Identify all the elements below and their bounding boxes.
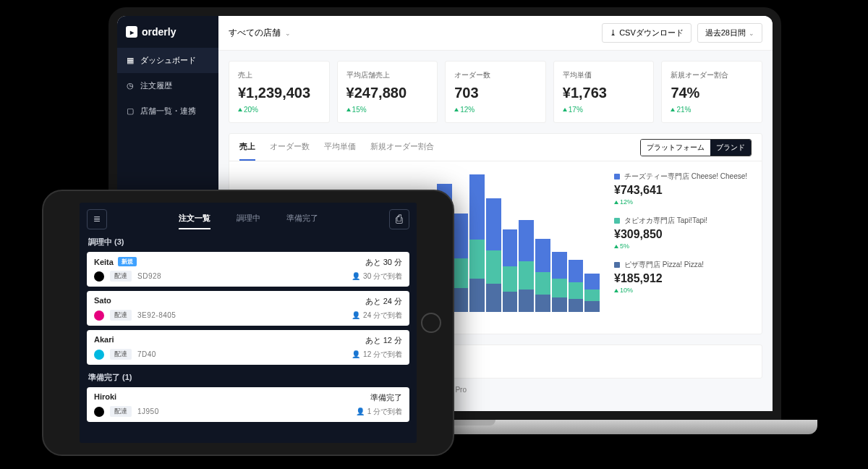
- chart-tab[interactable]: 新規オーダー割合: [370, 134, 434, 161]
- order-card[interactable]: Akariあと 12 分配達7D40👤12 分で到着: [87, 330, 409, 365]
- legend-name: ピザ専門店 Pizza! Pizza!: [624, 260, 704, 270]
- bar-segment: [519, 261, 534, 290]
- arrow-up-icon: [346, 108, 351, 111]
- bar-group: [535, 239, 550, 312]
- period-selector[interactable]: 過去28日間 ⌄: [697, 23, 762, 43]
- bar-segment: [552, 297, 567, 312]
- sidebar-item-0[interactable]: ▦ダッシュボード: [117, 48, 218, 73]
- chart-tabs-row: 売上オーダー数平均単価新規オーダー割合 プラットフォームブランド: [229, 134, 762, 161]
- chart-tab[interactable]: オーダー数: [270, 134, 310, 161]
- nav-label: ダッシュボード: [140, 55, 196, 66]
- bar-segment: [584, 290, 600, 302]
- nav-label: 注文履歴: [140, 80, 172, 91]
- tablet-frame: ≡ 注文一覧調理中準備完了 ⎙ 調理中 (3) Keita新規あと 30 分配達…: [42, 190, 454, 456]
- bar-segment: [535, 272, 550, 295]
- bar-segment: [486, 198, 501, 250]
- toggle-option[interactable]: ブランド: [710, 140, 751, 156]
- legend-value: ¥185,912: [614, 272, 752, 285]
- order-time: 準備完了: [370, 392, 402, 403]
- tablet-tab[interactable]: 注文一覧: [179, 208, 210, 229]
- kpi-card: 新規オーダー割合74%21%: [661, 61, 762, 123]
- tablet-home-button[interactable]: [421, 313, 441, 333]
- order-left: 配達1J950: [94, 406, 159, 417]
- legend-swatch: [614, 174, 620, 179]
- order-row-top: Satoあと 24 分: [94, 296, 402, 307]
- order-row-top: Keita新規あと 30 分: [94, 257, 402, 268]
- topbar: すべての店舗 ⌄ ⤓ CSVダウンロード 過去28日間 ⌄: [218, 16, 773, 51]
- order-card[interactable]: Hiroki準備完了配達1J950👤1 分で到着: [87, 387, 409, 422]
- arrow-up-icon: [614, 245, 618, 248]
- kpi-delta: 15%: [346, 106, 429, 114]
- store-selector-label: すべての店舗: [229, 27, 281, 39]
- kpi-label: 平均単価: [563, 70, 645, 80]
- person-icon: 👤: [352, 311, 360, 319]
- arrow-up-icon: [671, 108, 675, 111]
- order-eta: 👤30 分で到着: [352, 271, 402, 282]
- order-left: 配達SD928: [94, 271, 161, 282]
- delivery-tag: 配達: [110, 271, 132, 282]
- legend-item: ピザ専門店 Pizza! Pizza!¥185,91210%: [614, 260, 752, 294]
- top-actions: ⤓ CSVダウンロード 過去28日間 ⌄: [602, 23, 762, 43]
- order-row-bottom: 配達SD928👤30 分で到着: [94, 271, 402, 282]
- bar-segment: [503, 229, 518, 267]
- order-code: SD928: [137, 272, 161, 280]
- chart-tab[interactable]: 売上: [239, 134, 255, 161]
- order-code: 7D40: [137, 350, 156, 358]
- kpi-value: 703: [454, 85, 537, 101]
- kpi-delta: 17%: [563, 106, 645, 114]
- legend-item: チーズティー専門店 Cheese! Cheese!¥743,64112%: [614, 172, 752, 206]
- bar-segment: [469, 174, 485, 240]
- kpi-delta: 20%: [238, 106, 320, 114]
- order-row-bottom: 配達7D40👤12 分で到着: [94, 349, 402, 360]
- sidebar-item-1[interactable]: ◷注文履歴: [117, 73, 218, 98]
- bar-segment: [584, 301, 600, 312]
- kpi-label: オーダー数: [454, 70, 537, 80]
- print-button[interactable]: ⎙: [389, 209, 409, 229]
- kpi-delta: 12%: [454, 106, 537, 114]
- kpi-value: ¥1,239,403: [238, 85, 320, 101]
- tablet-tabs: 注文一覧調理中準備完了: [179, 208, 318, 229]
- order-row-top: Akariあと 12 分: [94, 335, 402, 346]
- order-customer-name: Sato: [94, 296, 111, 305]
- menu-icon: ≡: [93, 213, 100, 226]
- bar-segment: [469, 240, 485, 278]
- legend-head: タピオカ専門店 Tapi!Tapi!: [614, 216, 752, 226]
- legend-delta: 10%: [614, 287, 752, 294]
- bar-segment: [454, 214, 469, 259]
- kpi-row: 売上¥1,239,40320%平均店舗売上¥247,88015%オーダー数703…: [229, 61, 762, 123]
- order-card[interactable]: Keita新規あと 30 分配達SD928👤30 分で到着: [87, 252, 409, 287]
- csv-download-button[interactable]: ⤓ CSVダウンロード: [602, 23, 692, 43]
- bar-segment: [486, 250, 501, 284]
- chart-tabs: 売上オーダー数平均単価新規オーダー割合: [239, 134, 434, 161]
- brand-name: orderly: [142, 26, 176, 38]
- bar-group: [469, 174, 485, 312]
- sidebar-item-2[interactable]: ▢店舗一覧・連携: [117, 98, 218, 124]
- order-card[interactable]: Satoあと 24 分配達3E92-8405👤24 分で到着: [87, 291, 409, 326]
- clock-icon: ◷: [126, 82, 135, 90]
- tablet-tab[interactable]: 調理中: [237, 208, 260, 229]
- toggle-option[interactable]: プラットフォーム: [641, 140, 710, 156]
- order-row-top: Hiroki準備完了: [94, 392, 402, 403]
- tablet-tab[interactable]: 準備完了: [286, 208, 318, 229]
- person-icon: 👤: [352, 272, 360, 280]
- store-selector[interactable]: すべての店舗 ⌄: [229, 27, 291, 39]
- download-icon: ⤓: [610, 28, 616, 38]
- logo-icon: ▸: [126, 26, 137, 38]
- chevron-down-icon: ⌄: [749, 30, 754, 37]
- chart-tab[interactable]: 平均単価: [324, 134, 356, 161]
- chart-toggle[interactable]: プラットフォームブランド: [640, 139, 752, 156]
- kpi-delta: 21%: [671, 106, 753, 114]
- bar-segment: [486, 284, 501, 312]
- service-icon: [94, 350, 104, 360]
- chart-legend: チーズティー専門店 Cheese! Cheese!¥743,64112%タピオカ…: [614, 172, 752, 324]
- bar-segment: [552, 279, 567, 297]
- service-icon: [94, 407, 104, 417]
- legend-swatch: [614, 262, 620, 268]
- person-icon: 👤: [356, 407, 365, 415]
- menu-button[interactable]: ≡: [87, 209, 107, 229]
- tablet-topbar: ≡ 注文一覧調理中準備完了 ⎙: [87, 208, 409, 229]
- kpi-value: 74%: [671, 85, 753, 101]
- order-eta: 👤1 分で到着: [356, 407, 402, 417]
- bar-segment: [519, 220, 534, 261]
- delivery-tag: 配達: [110, 349, 132, 360]
